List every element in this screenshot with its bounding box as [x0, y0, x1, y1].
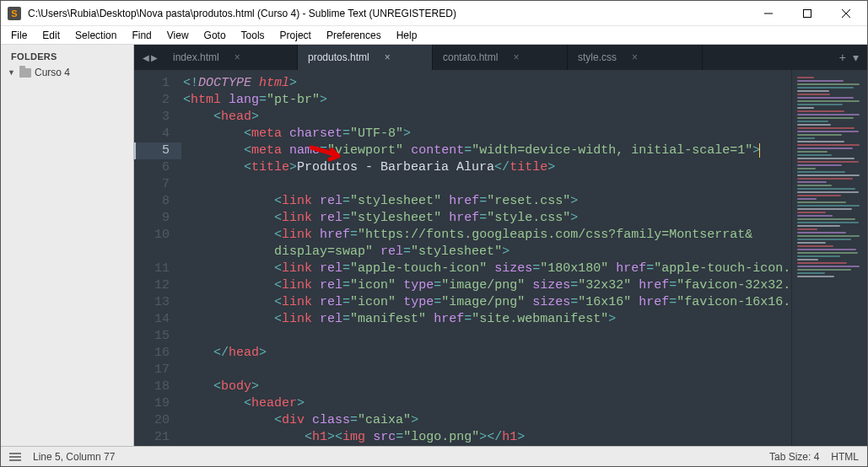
- tabbar: ◀▶ index.html×produtos.html×contato.html…: [134, 45, 867, 70]
- editor-area: ◀▶ index.html×produtos.html×contato.html…: [134, 45, 867, 446]
- tab-label: contato.html: [443, 51, 498, 63]
- menu-selection[interactable]: Selection: [68, 28, 123, 43]
- tab-label: index.html: [173, 51, 219, 63]
- close-tab-icon[interactable]: ×: [513, 51, 519, 63]
- status-syntax[interactable]: HTML: [831, 451, 859, 463]
- window-controls: [749, 1, 865, 26]
- line-gutter[interactable]: 12345678910111213141516171819202122: [134, 70, 181, 446]
- window-title: C:\Users\Rubia\Desktop\Nova pasta\produt…: [28, 8, 749, 19]
- folder-icon: [19, 68, 31, 78]
- statusbar: Line 5, Column 77 Tab Size: 4 HTML: [1, 446, 867, 466]
- close-button[interactable]: [827, 1, 865, 26]
- tab-produtos-html[interactable]: produtos.html×: [298, 45, 433, 70]
- folder-label: Curso 4: [35, 67, 70, 78]
- sidebar-folder[interactable]: ▼ Curso 4: [1, 65, 133, 80]
- menu-file[interactable]: File: [4, 28, 34, 43]
- menu-help[interactable]: Help: [390, 28, 424, 43]
- menu-tools[interactable]: Tools: [235, 28, 272, 43]
- tab-menu-button[interactable]: ▾: [853, 51, 859, 64]
- sidebar: FOLDERS ▼ Curso 4: [1, 45, 134, 446]
- app-icon: S: [8, 7, 21, 20]
- menubar: FileEditSelectionFindViewGotoToolsProjec…: [1, 26, 867, 45]
- minimap[interactable]: [791, 70, 867, 446]
- tab-label: produtos.html: [308, 51, 369, 63]
- new-tab-button[interactable]: +: [839, 51, 846, 64]
- disclosure-triangle-icon[interactable]: ▼: [8, 68, 16, 77]
- maximize-button[interactable]: [788, 1, 827, 26]
- menu-edit[interactable]: Edit: [35, 28, 67, 43]
- menu-find[interactable]: Find: [125, 28, 158, 43]
- status-cursor-position[interactable]: Line 5, Column 77: [33, 451, 115, 463]
- menu-goto[interactable]: Goto: [197, 28, 233, 43]
- panel-switcher-icon[interactable]: [9, 453, 21, 461]
- sidebar-title: FOLDERS: [1, 48, 133, 65]
- tab-index-html[interactable]: index.html×: [163, 45, 298, 70]
- status-tab-size[interactable]: Tab Size: 4: [769, 451, 819, 463]
- minimize-button[interactable]: [749, 1, 788, 26]
- tab-history-nav[interactable]: ◀▶: [137, 45, 163, 70]
- close-tab-icon[interactable]: ×: [632, 51, 638, 63]
- window-titlebar: S C:\Users\Rubia\Desktop\Nova pasta\prod…: [1, 1, 867, 26]
- tab-label: style.css: [578, 51, 617, 63]
- close-tab-icon[interactable]: ×: [235, 51, 240, 63]
- menu-view[interactable]: View: [160, 28, 196, 43]
- menu-preferences[interactable]: Preferences: [320, 28, 388, 43]
- close-tab-icon[interactable]: ×: [385, 51, 391, 63]
- tab-contato-html[interactable]: contato.html×: [433, 45, 568, 70]
- menu-project[interactable]: Project: [273, 28, 318, 43]
- code-editor[interactable]: <!DOCTYPE html><html lang="pt-br"> <head…: [181, 70, 791, 446]
- tab-style-css[interactable]: style.css×: [568, 45, 703, 70]
- svg-rect-1: [804, 9, 811, 17]
